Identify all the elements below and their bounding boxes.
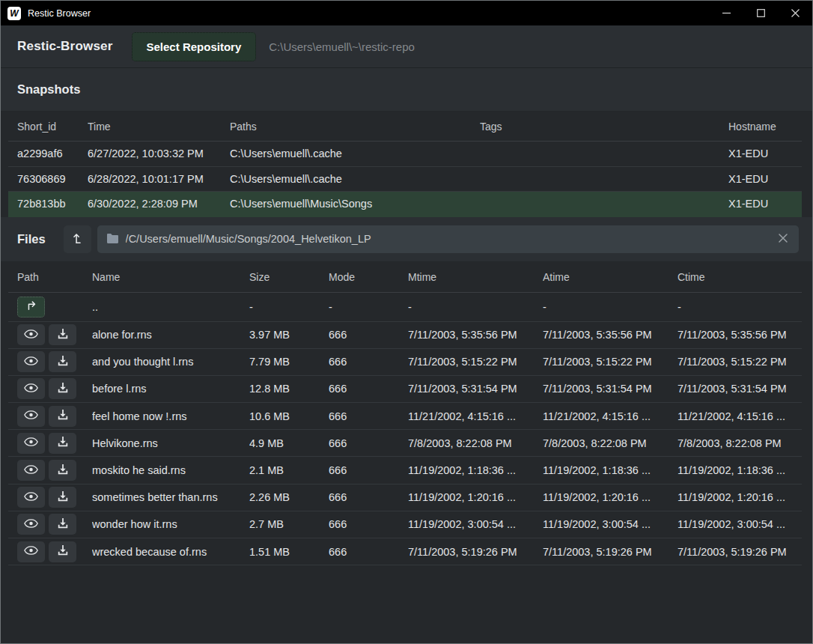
parent-directory-icon: [25, 300, 38, 314]
file-mtime: 7/11/2003, 5:15:22 PM: [408, 356, 543, 368]
file-row: Helvikone.rns4.9 MB6667/8/2003, 8:22:08 …: [8, 430, 802, 457]
files-col-mtime: Mtime: [408, 271, 543, 283]
snapshot-time: 6/30/2022, 2:28:09 PM: [88, 198, 230, 210]
download-icon: [57, 544, 69, 559]
file-mode: 666: [329, 546, 408, 558]
maximize-button[interactable]: [743, 1, 778, 25]
snapshot-time: 6/28/2022, 10:01:17 PM: [88, 173, 230, 185]
file-ctime: 7/8/2003, 8:22:08 PM: [678, 437, 802, 449]
file-name: feel home now !.rns: [92, 410, 249, 422]
download-icon: [57, 436, 69, 450]
file-mode: 666: [329, 464, 408, 476]
file-name: sometimes better than.rns: [92, 491, 249, 503]
snapshot-hostname: X1-EDU: [728, 198, 802, 210]
file-size: 7.79 MB: [249, 356, 329, 368]
clear-path-button[interactable]: [772, 228, 794, 250]
files-col-size: Size: [249, 271, 329, 283]
snapshot-paths: C:\Users\emuell\.cache: [230, 148, 480, 160]
path-input[interactable]: [97, 225, 799, 253]
files-col-name: Name: [92, 271, 249, 283]
select-repository-button[interactable]: Select Repository: [132, 32, 257, 61]
go-to-parent-button[interactable]: [17, 297, 45, 318]
window-title: Restic Browser: [28, 8, 91, 19]
download-icon: [57, 464, 69, 478]
file-row: before l.rns12.8 MB6667/11/2003, 5:31:54…: [8, 376, 802, 403]
download-file-button[interactable]: [49, 351, 76, 372]
file-row: wonder how it.rns2.7 MB66611/19/2002, 3:…: [8, 511, 802, 538]
snapshot-row[interactable]: 763068696/28/2022, 10:01:17 PMC:\Users\e…: [8, 167, 802, 192]
file-name: alone for.rns: [92, 329, 249, 341]
snapshot-row[interactable]: 72b813bb6/30/2022, 2:28:09 PMC:\Users\em…: [8, 192, 802, 217]
file-size: 2.7 MB: [249, 518, 329, 530]
files-col-path: Path: [17, 271, 92, 283]
eye-icon: [24, 356, 38, 368]
download-file-button[interactable]: [49, 406, 76, 427]
preview-file-button[interactable]: [17, 514, 45, 535]
preview-file-button[interactable]: [17, 324, 45, 345]
download-file-button[interactable]: [49, 460, 76, 481]
parent-directory-row: .. - - - - -: [8, 293, 802, 322]
file-atime: -: [543, 301, 678, 313]
file-row: alone for.rns3.97 MB6667/11/2003, 5:35:5…: [8, 322, 802, 349]
file-actions: [17, 433, 92, 454]
repository-path: C:\Users\emuell\~\restic-repo: [269, 40, 415, 53]
files-col-mode: Mode: [329, 271, 408, 283]
file-size: 12.8 MB: [249, 383, 329, 395]
download-file-button[interactable]: [49, 378, 76, 399]
snapshots-section-header: Snapshots: [1, 68, 812, 112]
up-level-icon: [70, 231, 84, 247]
snapshots-table-body: a2299af66/27/2022, 10:03:32 PMC:\Users\e…: [1, 142, 812, 217]
snapshot-short_id: 76306869: [17, 173, 88, 185]
file-actions: [17, 541, 92, 562]
snapshots-title: Snapshots: [17, 82, 80, 97]
files-section-header: Files: [1, 217, 812, 262]
file-name: before l.rns: [92, 383, 249, 395]
file-mode: 666: [329, 356, 408, 368]
download-file-button[interactable]: [49, 514, 76, 535]
file-size: 2.26 MB: [249, 491, 329, 503]
close-button[interactable]: [778, 1, 812, 25]
file-name: wrecked because of.rns: [92, 546, 249, 558]
snapshots-col-paths: Paths: [230, 121, 480, 133]
download-file-button[interactable]: [49, 487, 76, 508]
file-atime: 7/11/2003, 5:35:56 PM: [543, 329, 678, 341]
file-ctime: 7/11/2003, 5:35:56 PM: [678, 329, 802, 341]
file-atime: 7/8/2003, 8:22:08 PM: [543, 437, 678, 449]
preview-file-button[interactable]: [17, 406, 45, 427]
download-file-button[interactable]: [49, 541, 76, 562]
file-size: 10.6 MB: [249, 410, 329, 422]
download-file-button[interactable]: [49, 324, 76, 345]
file-actions: [17, 460, 92, 481]
minimize-icon: [722, 9, 731, 17]
file-name: ..: [92, 301, 249, 313]
preview-file-button[interactable]: [17, 378, 45, 399]
snapshot-row[interactable]: a2299af66/27/2022, 10:03:32 PMC:\Users\e…: [8, 142, 802, 167]
preview-file-button[interactable]: [17, 487, 45, 508]
preview-file-button[interactable]: [17, 541, 45, 562]
file-mtime: 11/19/2002, 1:20:16 ...: [408, 491, 543, 503]
path-field-wrap: [97, 225, 799, 253]
empty-area: [1, 565, 812, 643]
files-title: Files: [17, 232, 46, 246]
file-atime: 7/11/2003, 5:19:26 PM: [543, 546, 678, 558]
file-mode: -: [329, 301, 408, 313]
file-size: 4.9 MB: [249, 437, 329, 449]
eye-icon: [24, 410, 38, 422]
minimize-button[interactable]: [709, 1, 743, 25]
eye-icon: [24, 491, 38, 504]
up-level-button[interactable]: [64, 225, 91, 253]
file-ctime: 7/11/2003, 5:31:54 PM: [678, 383, 802, 395]
preview-file-button[interactable]: [17, 351, 45, 372]
file-row: sometimes better than.rns2.26 MB66611/19…: [8, 484, 802, 511]
preview-file-button[interactable]: [17, 433, 45, 454]
file-ctime: 11/19/2002, 3:00:54 ...: [678, 518, 802, 530]
file-actions: [17, 351, 92, 372]
eye-icon: [24, 329, 38, 341]
file-mode: 666: [329, 383, 408, 395]
file-size: 1.51 MB: [249, 546, 329, 558]
download-file-button[interactable]: [49, 433, 76, 454]
preview-file-button[interactable]: [17, 460, 45, 481]
file-row: moskito he said.rns2.1 MB66611/19/2002, …: [8, 457, 802, 484]
close-icon: [791, 9, 800, 17]
snapshot-short_id: 72b813bb: [17, 198, 88, 210]
